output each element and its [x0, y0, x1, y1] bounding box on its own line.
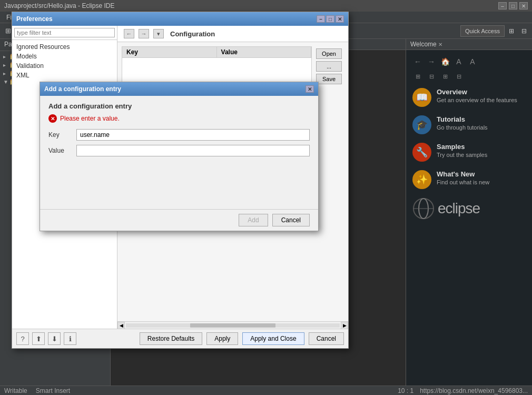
- pref-nav-dropdown-btn[interactable]: ▾: [153, 29, 164, 38]
- add-config-spacer: [48, 161, 310, 203]
- welcome-tab[interactable]: Welcome ✕: [406, 39, 447, 50]
- pref-tree-validation[interactable]: Validation: [12, 61, 117, 71]
- pref-tree-models[interactable]: Models: [12, 52, 117, 61]
- preferences-title-bar: Preferences – □ ✕: [12, 12, 348, 26]
- pref-open-btn[interactable]: Open: [316, 48, 342, 59]
- preferences-max-btn[interactable]: □: [326, 15, 334, 23]
- hscroll-right-btn[interactable]: ▶: [341, 322, 348, 329]
- status-position: 10 : 1: [398, 387, 413, 394]
- error-icon: ✕: [48, 114, 57, 123]
- overview-text: Overview Get an overview of the features: [437, 88, 526, 103]
- preferences-title: Preferences: [16, 15, 53, 23]
- apply-button[interactable]: Apply: [206, 332, 238, 345]
- welcome-section-whatsnew[interactable]: ✨ What's New Find out what is new: [412, 170, 526, 189]
- add-config-cancel-button[interactable]: Cancel: [272, 214, 310, 226]
- minimize-button[interactable]: –: [498, 2, 507, 9]
- preferences-min-btn[interactable]: –: [317, 15, 325, 23]
- maximize-button[interactable]: □: [509, 2, 517, 9]
- overview-desc: Get an overview of the features: [437, 97, 526, 103]
- value-label: Value: [48, 147, 72, 154]
- pref-nav-back-btn[interactable]: ←: [124, 29, 134, 38]
- eclipse-text: eclipse: [438, 200, 480, 217]
- welcome-icon-2[interactable]: ⊟: [426, 71, 437, 82]
- overview-title: Overview: [437, 88, 526, 96]
- pref-import-btn[interactable]: ⬇: [48, 332, 61, 345]
- tree-arrow: ▸: [3, 54, 8, 60]
- preferences-footer: ? ⬆ ⬇ ℹ Restore Defaults Apply Apply and…: [12, 329, 348, 348]
- hscroll-thumb: [190, 323, 275, 328]
- eclipse-logo-icon: [412, 197, 435, 220]
- close-button[interactable]: ✕: [519, 2, 528, 9]
- status-right: 10 : 1 https://blog.csdn.net/weixn_45968…: [398, 387, 528, 394]
- preferences-close-btn[interactable]: ✕: [336, 15, 344, 23]
- welcome-home-btn[interactable]: 🏠: [440, 56, 450, 67]
- welcome-print2-btn[interactable]: A: [467, 56, 478, 67]
- add-config-heading: Add a configuration entry: [48, 102, 310, 110]
- add-config-footer: Add Cancel: [40, 209, 318, 231]
- pref-section-title: Configuration: [170, 30, 215, 38]
- apply-close-button[interactable]: Apply and Close: [242, 332, 304, 345]
- preferences-footer-left: ? ⬆ ⬇ ℹ: [16, 332, 76, 345]
- preferences-filter-area: [12, 26, 117, 40]
- key-input[interactable]: [76, 129, 310, 141]
- add-config-value-field: Value: [48, 145, 310, 156]
- pref-save-btn[interactable]: Save: [316, 74, 342, 84]
- preferences-filter-input[interactable]: [14, 28, 115, 37]
- pref-help-btn[interactable]: ?: [16, 332, 29, 345]
- tree-arrow: ▸: [3, 62, 8, 68]
- add-config-close-btn[interactable]: ✕: [306, 85, 314, 93]
- cancel-button[interactable]: Cancel: [309, 332, 344, 345]
- welcome-section-samples[interactable]: 🔧 Samples Try out the samples: [412, 143, 526, 162]
- pref-nav-forward-btn[interactable]: →: [139, 29, 149, 38]
- pref-tree-xml-label: XML: [16, 72, 29, 79]
- welcome-tab-bar: Welcome ✕: [406, 39, 532, 50]
- add-config-body: Add a configuration entry ✕ Please enter…: [40, 96, 318, 209]
- pref-hscroll[interactable]: ◀ ▶: [117, 321, 348, 329]
- preferences-controls: – □ ✕: [317, 15, 344, 23]
- app-title: Javaproject/src/Hello.java - Eclipse IDE: [4, 2, 114, 9]
- welcome-content: ← → 🏠 A A ⊞ ⊟ ⊞ ⊟ 📖 Overview Get an over…: [406, 50, 532, 395]
- pref-tree-ignored[interactable]: Ignored Resources: [12, 42, 117, 52]
- add-config-error: ✕ Please enter a value.: [48, 114, 310, 123]
- tutorials-title: Tutorials: [437, 115, 526, 123]
- welcome-nav: ← → 🏠 A A: [412, 56, 526, 67]
- welcome-icon-4[interactable]: ⊟: [454, 71, 464, 82]
- welcome-icon-3[interactable]: ⊞: [440, 71, 450, 82]
- hscroll-left-btn[interactable]: ◀: [117, 322, 125, 329]
- pref-tree-xml[interactable]: XML: [12, 71, 117, 80]
- add-config-key-field: Key: [48, 129, 310, 141]
- welcome-print-btn[interactable]: A: [454, 56, 464, 67]
- tutorials-desc: Go through tutorials: [437, 124, 526, 131]
- pref-export-btn[interactable]: ⬆: [32, 332, 45, 345]
- welcome-tab-close[interactable]: ✕: [438, 42, 442, 47]
- quick-access-button[interactable]: Quick Access: [460, 25, 505, 37]
- pref-tree-ignored-label: Ignored Resources: [16, 43, 70, 51]
- whatsnew-title: What's New: [437, 170, 526, 178]
- pref-info-btn[interactable]: ℹ: [64, 332, 76, 345]
- add-config-controls: ✕: [306, 85, 314, 93]
- pref-new-btn[interactable]: ...: [316, 61, 342, 72]
- toolbar-icon-1[interactable]: ⊞: [506, 25, 517, 37]
- value-input[interactable]: [76, 145, 310, 156]
- pref-table-header: Key Value: [122, 46, 312, 58]
- whatsnew-text: What's New Find out what is new: [437, 170, 526, 185]
- welcome-back-btn[interactable]: ←: [412, 56, 423, 67]
- welcome-section-overview[interactable]: 📖 Overview Get an overview of the featur…: [412, 88, 526, 107]
- preferences-right-header: ← → ▾ Configuration: [117, 26, 348, 42]
- pref-col-key: Key: [122, 47, 217, 57]
- samples-icon: 🔧: [412, 143, 431, 162]
- welcome-icon-row: ⊞ ⊟ ⊞ ⊟: [412, 71, 526, 82]
- status-url: https://blog.csdn.net/weixn_4596803...: [420, 387, 528, 394]
- toolbar-icon-2[interactable]: ⊟: [518, 25, 530, 37]
- tree-arrow: ▼: [3, 79, 8, 85]
- overview-icon: 📖: [412, 88, 431, 107]
- add-button[interactable]: Add: [239, 214, 268, 226]
- samples-text: Samples Try out the samples: [437, 143, 526, 158]
- welcome-section-tutorials[interactable]: 🎓 Tutorials Go through tutorials: [412, 115, 526, 134]
- welcome-icon-1[interactable]: ⊞: [412, 71, 423, 82]
- samples-desc: Try out the samples: [437, 152, 526, 158]
- restore-defaults-button[interactable]: Restore Defaults: [140, 332, 202, 345]
- welcome-forward-btn[interactable]: →: [426, 56, 437, 67]
- welcome-tab-label: Welcome: [410, 41, 437, 48]
- add-config-title: Add a configuration entry: [44, 85, 121, 93]
